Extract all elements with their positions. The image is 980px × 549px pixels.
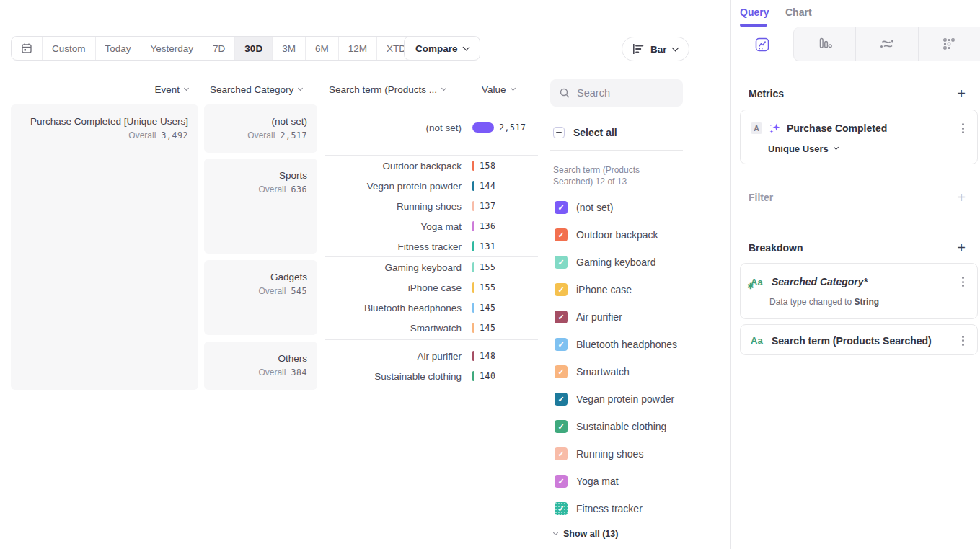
filter-item[interactable]: Yoga mat <box>542 468 730 495</box>
filter-item[interactable]: iPhone case <box>542 276 730 303</box>
filter-list-caption: Search term (Products Searched) 12 of 13 <box>553 164 654 187</box>
filter-item[interactable]: Fitness tracker <box>542 495 730 522</box>
value-bar[interactable] <box>472 371 474 381</box>
value-number: 140 <box>480 371 496 381</box>
filter-item[interactable]: Outdoor backpack <box>542 221 730 249</box>
kebab-menu-icon[interactable] <box>959 120 967 136</box>
checkbox-checked[interactable] <box>555 420 568 433</box>
checkbox-checked[interactable] <box>555 311 568 323</box>
retention-report-tab[interactable] <box>918 27 980 61</box>
date-range-12m[interactable]: 12M <box>338 37 376 60</box>
value-number: 137 <box>480 201 496 211</box>
search-term-label: Sustainable clothing <box>325 371 462 382</box>
select-all[interactable]: Select all <box>553 123 617 142</box>
search-term-label: Air purifier <box>325 351 462 362</box>
kebab-menu-icon[interactable] <box>959 274 967 290</box>
chevron-down-icon <box>441 86 446 91</box>
filter-item[interactable]: Sustainable clothing <box>542 413 730 440</box>
value-bar[interactable] <box>472 122 494 133</box>
tab-chart[interactable]: Chart <box>785 6 812 18</box>
retention-icon <box>941 36 957 52</box>
checkbox-checked[interactable] <box>555 475 568 488</box>
breakdown-property-name[interactable]: Searched Category* <box>772 276 953 287</box>
column-header-value[interactable]: Value <box>482 84 515 95</box>
flows-report-tab[interactable] <box>855 27 917 61</box>
value-number: 155 <box>480 262 496 272</box>
value-bar[interactable] <box>472 282 474 293</box>
show-all-toggle[interactable]: Show all (13) <box>554 526 618 542</box>
filter-item[interactable]: Gaming keyboard <box>542 249 730 276</box>
breakdown-filter-panel: Select all Search term (Products Searche… <box>542 72 730 549</box>
category-cell-sports[interactable]: Sports Overall636 <box>204 159 317 254</box>
value-bar[interactable] <box>472 351 474 361</box>
value-bar[interactable] <box>472 323 474 333</box>
column-header-term[interactable]: Search term (Products ... <box>329 84 446 95</box>
value-bar[interactable] <box>472 201 474 211</box>
filter-item[interactable]: (not set) <box>542 194 730 221</box>
add-filter-button[interactable] <box>957 190 966 205</box>
breakdown-property-name[interactable]: Search term (Products Searched) <box>772 335 953 347</box>
checkbox-checked[interactable] <box>555 502 568 515</box>
select-all-checkbox[interactable] <box>553 127 565 138</box>
aggregation-dropdown[interactable]: Unique Users <box>768 143 838 154</box>
kebab-menu-icon[interactable] <box>959 333 967 349</box>
date-range-6m[interactable]: 6M <box>305 37 338 60</box>
search-box[interactable] <box>550 79 683 107</box>
add-metric-button[interactable] <box>957 86 966 101</box>
date-range-3m[interactable]: 3M <box>272 37 305 60</box>
date-range-yesterday[interactable]: Yesterday <box>141 37 203 60</box>
checkbox-checked[interactable] <box>555 447 568 460</box>
date-range-today[interactable]: Today <box>95 37 141 60</box>
tab-query[interactable]: Query <box>740 6 769 18</box>
category-cell-not-set[interactable]: (not set) Overall2,517 <box>204 104 317 153</box>
checkbox-checked[interactable] <box>555 393 568 406</box>
checkbox-checked[interactable] <box>555 228 568 241</box>
checkbox-checked[interactable] <box>555 256 568 269</box>
filter-item[interactable]: Smartwatch <box>542 358 730 385</box>
filter-item[interactable]: Running shoes <box>542 440 730 468</box>
filter-item[interactable]: Air purifier <box>542 303 730 331</box>
value-bar[interactable] <box>472 161 474 171</box>
value-bar[interactable] <box>472 221 474 231</box>
add-breakdown-button[interactable] <box>957 241 966 255</box>
value-bar[interactable] <box>472 241 474 251</box>
event-cell[interactable]: Purchase Completed [Unique Users] Overal… <box>11 104 198 390</box>
chevron-down-icon <box>298 86 303 91</box>
category-cell-others[interactable]: Others Overall384 <box>204 342 317 390</box>
breakdown-card: Aa✱ Searched Category* Data type changed… <box>740 263 978 319</box>
checkbox-checked[interactable] <box>555 365 568 378</box>
string-type-icon: Aa✱ <box>751 277 765 287</box>
chart-type-selector[interactable]: Bar <box>622 37 689 61</box>
column-header-category[interactable]: Searched Category <box>210 84 302 95</box>
date-range-custom[interactable]: Custom <box>42 37 95 60</box>
breakdown-card: Aa Search term (Products Searched) <box>740 324 978 355</box>
query-builder-panel: Query Chart <box>730 0 980 549</box>
compare-label: Compare <box>415 43 458 54</box>
insights-report-tab-active[interactable] <box>731 27 793 61</box>
date-range-7d[interactable]: 7D <box>203 37 234 60</box>
checkbox-checked[interactable] <box>555 283 568 296</box>
filter-item[interactable]: Bluetooth headphones <box>542 331 730 358</box>
category-cell-gadgets[interactable]: Gadgets Overall545 <box>204 260 317 335</box>
value-number: 158 <box>480 161 496 171</box>
data-type-note: Data type changed to String <box>769 297 879 307</box>
value-bar[interactable] <box>472 262 474 272</box>
date-range-30d-selected[interactable]: 30D <box>234 37 272 60</box>
checkbox-checked[interactable] <box>555 338 568 351</box>
series-badge: A <box>751 122 762 134</box>
value-number: 148 <box>480 351 496 361</box>
value-bar[interactable] <box>472 303 474 313</box>
column-header-event[interactable]: Event <box>11 84 188 95</box>
compare-button[interactable]: Compare <box>404 36 480 61</box>
funnels-report-tab[interactable] <box>794 27 855 61</box>
chevron-down-icon <box>510 86 515 91</box>
divider <box>550 150 683 151</box>
checkbox-checked[interactable] <box>555 201 568 214</box>
date-range-control: Custom Today Yesterday 7D 30D 3M 6M 12M … <box>11 36 426 61</box>
metric-event-name[interactable]: Purchase Completed <box>787 122 953 134</box>
filter-item[interactable]: Vegan protein powder <box>542 385 730 413</box>
calendar-icon[interactable] <box>12 37 42 60</box>
metrics-section-heading: Metrics <box>749 86 966 101</box>
search-input[interactable] <box>577 87 671 99</box>
value-bar[interactable] <box>472 181 474 191</box>
